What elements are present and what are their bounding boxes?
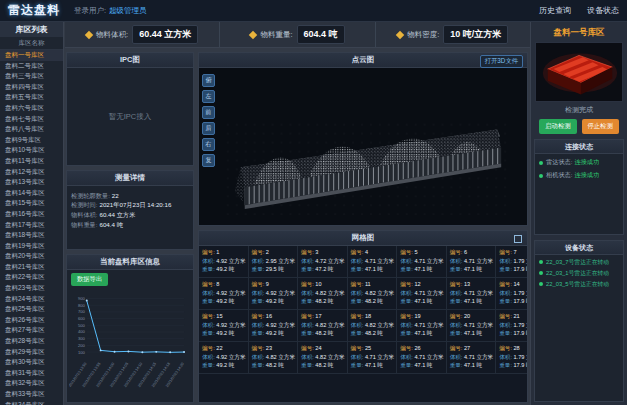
- grid-cell-line: 重量: 47.1 吨: [450, 265, 494, 274]
- connection-status-title: 连接状态: [535, 140, 623, 154]
- cube-icon: [85, 30, 93, 38]
- grid-cell-line: 编号: 15: [202, 312, 246, 321]
- grid-cell-line: 编号: 2: [252, 248, 296, 257]
- sidebar-item-area-16[interactable]: 盘料16号库区: [0, 209, 63, 220]
- grid-cell-line: 重量: 47.1 吨: [450, 361, 494, 370]
- grid-cell-line: 重量: 47.1 吨: [400, 265, 444, 274]
- menu-device-status[interactable]: 设备状态: [587, 5, 619, 16]
- start-detection-button[interactable]: 启动检测: [539, 119, 576, 134]
- connection-status-panel: 连接状态 雷达状态:连接成功相机状态:连接成功: [534, 139, 624, 235]
- header: 雷达盘料 登录用户:超级管理员 历史查询 设备状态: [0, 0, 627, 22]
- sidebar-item-area-12[interactable]: 盘料12号库区: [0, 167, 63, 178]
- grid-cell: 编号: 20体积: 4.71 立方米重量: 47.1 吨: [447, 310, 497, 342]
- header-menu: 历史查询 设备状态: [539, 5, 619, 16]
- grid-cell-line: 重量: 48.2 吨: [301, 297, 345, 306]
- grid-cell: 编号: 28体积: 1.79 立方米重量: 17.9 吨: [496, 342, 527, 374]
- sidebar-item-area-34[interactable]: 盘料34号库区: [0, 400, 63, 405]
- sidebar-item-area-6[interactable]: 盘料六号库区: [0, 103, 63, 114]
- sidebar-item-area-30[interactable]: 盘料30号库区: [0, 357, 63, 368]
- sidebar-item-area-5[interactable]: 盘料五号库区: [0, 92, 63, 103]
- sidebar-item-area-23[interactable]: 盘料23号库区: [0, 283, 63, 294]
- sidebar-item-area-26[interactable]: 盘料26号库区: [0, 315, 63, 326]
- grid-cell-line: 编号: 13: [450, 280, 494, 289]
- grid-cell-line: 编号: 27: [450, 344, 494, 353]
- grid-cell-line: 编号: 6: [450, 248, 494, 257]
- login-info: 登录用户:超级管理员: [74, 6, 147, 16]
- grid-cell-line: 体积: 4.71 立方米: [450, 289, 494, 298]
- grid-cell: 编号: 10体积: 4.82 立方米重量: 48.2 吨: [298, 278, 348, 310]
- sidebar-item-area-3[interactable]: 盘料三号库区: [0, 71, 63, 82]
- sidebar-item-area-31[interactable]: 盘料31号库区: [0, 368, 63, 379]
- view-button-6[interactable]: 复: [202, 154, 215, 167]
- grid-cell: 编号: 1体积: 4.92 立方米重量: 49.2 吨: [199, 246, 249, 278]
- sidebar-item-area-32[interactable]: 盘料32号库区: [0, 378, 63, 389]
- point-cloud-body: 俯左前后右复: [199, 68, 527, 225]
- point-cloud-header: 点云图 打开3D文件: [199, 53, 527, 68]
- login-user-link[interactable]: 超级管理员: [109, 6, 147, 15]
- open-3d-file-button[interactable]: 打开3D文件: [480, 55, 523, 68]
- view-button-1[interactable]: 俯: [202, 74, 215, 87]
- stat-volume: 物料体积:60.44 立方米: [65, 22, 219, 47]
- view-button-5[interactable]: 右: [202, 138, 215, 151]
- sidebar-item-area-7[interactable]: 盘料七号库区: [0, 114, 63, 125]
- sidebar-item-area-10[interactable]: 盘料10号库区: [0, 145, 63, 156]
- sidebar-item-area-21[interactable]: 盘料21号库区: [0, 262, 63, 273]
- connection-value: 连接成功: [574, 171, 599, 180]
- sidebar-item-area-28[interactable]: 盘料28号库区: [0, 336, 63, 347]
- grid-cell-line: 重量: 48.2 吨: [301, 361, 345, 370]
- point-cloud-visualization[interactable]: [199, 68, 527, 225]
- sidebar-item-area-18[interactable]: 盘料18号库区: [0, 230, 63, 241]
- sidebar-item-area-9[interactable]: 盘料9号库区: [0, 135, 63, 146]
- sidebar-item-area-22[interactable]: 盘料22号库区: [0, 272, 63, 283]
- grid-cell-line: 重量: 49.2 吨: [202, 297, 246, 306]
- svg-text:500: 500: [78, 323, 86, 328]
- grid-cell-line: 体积: 4.71 立方米: [450, 321, 494, 330]
- view-button-2[interactable]: 左: [202, 90, 215, 103]
- sidebar-item-area-27[interactable]: 盘料27号库区: [0, 325, 63, 336]
- sidebar-item-area-25[interactable]: 盘料25号库区: [0, 304, 63, 315]
- stat-value: 604.4 吨: [297, 25, 345, 44]
- sidebar-item-area-29[interactable]: 盘料29号库区: [0, 347, 63, 358]
- sidebar-item-area-4[interactable]: 盘料四号库区: [0, 82, 63, 93]
- grid-cell-line: 重量: 48.2 吨: [351, 329, 395, 338]
- stat-label: 物料体积:: [96, 30, 128, 40]
- grid-cell: 编号: 16体积: 4.92 立方米重量: 49.2 吨: [249, 310, 299, 342]
- expand-icon[interactable]: [514, 235, 522, 243]
- device-status-row: 22_03_5号雷达正在转动: [539, 281, 619, 288]
- grid-cell: 编号: 26体积: 4.71 立方米重量: 47.1 吨: [397, 342, 447, 374]
- grid-cell-line: 重量: 47.1 吨: [450, 329, 494, 338]
- cube-icon: [396, 30, 404, 38]
- sidebar-item-area-15[interactable]: 盘料15号库区: [0, 198, 63, 209]
- sidebar-item-area-8[interactable]: 盘料八号库区: [0, 124, 63, 135]
- grid-cell-line: 体积: 4.71 立方米: [351, 353, 395, 362]
- data-export-button[interactable]: 数据导出: [71, 273, 108, 286]
- grid-cell: 编号: 15体积: 4.92 立方米重量: 49.2 吨: [199, 310, 249, 342]
- trend-chart: 1002003004005006007008009002021/07/23 13…: [69, 286, 191, 402]
- grid-cell-line: 体积: 4.82 立方米: [301, 353, 345, 362]
- sidebar-item-area-13[interactable]: 盘料13号库区: [0, 177, 63, 188]
- area-list[interactable]: 盘料一号库区盘料二号库区盘料三号库区盘料四号库区盘料五号库区盘料六号库区盘料七号…: [0, 50, 63, 405]
- status-dot-icon: [539, 282, 543, 286]
- grid-cell: 编号: 11体积: 4.82 立方米重量: 48.2 吨: [348, 278, 398, 310]
- grid-cell: 编号: 12体积: 4.71 立方米重量: 47.1 吨: [397, 278, 447, 310]
- stop-detection-button[interactable]: 停止检测: [582, 119, 619, 134]
- sidebar-item-area-19[interactable]: 盘料19号库区: [0, 241, 63, 252]
- grid-cell-line: 体积: 4.82 立方米: [252, 353, 296, 362]
- svg-text:700: 700: [78, 309, 86, 314]
- grid-cell-line: 体积: 4.92 立方米: [202, 353, 246, 362]
- area-list-sidebar: 库区列表 库区名称 盘料一号库区盘料二号库区盘料三号库区盘料四号库区盘料五号库区…: [0, 22, 64, 405]
- sidebar-item-area-33[interactable]: 盘料33号库区: [0, 389, 63, 400]
- sidebar-item-area-24[interactable]: 盘料24号库区: [0, 294, 63, 305]
- view-button-3[interactable]: 前: [202, 106, 215, 119]
- sidebar-item-area-20[interactable]: 盘料20号库区: [0, 251, 63, 262]
- sidebar-item-area-14[interactable]: 盘料14号库区: [0, 188, 63, 199]
- grid-cell-line: 重量: 48.2 吨: [301, 329, 345, 338]
- menu-history-query[interactable]: 历史查询: [539, 5, 571, 16]
- grid-cell-line: 编号: 25: [351, 344, 395, 353]
- grid-cell: 编号: 25体积: 4.71 立方米重量: 47.1 吨: [348, 342, 398, 374]
- sidebar-item-area-17[interactable]: 盘料17号库区: [0, 220, 63, 231]
- sidebar-item-area-1[interactable]: 盘料一号库区: [0, 50, 63, 61]
- sidebar-item-area-11[interactable]: 盘料11号库区: [0, 156, 63, 167]
- sidebar-item-area-2[interactable]: 盘料二号库区: [0, 61, 63, 72]
- view-button-4[interactable]: 后: [202, 122, 215, 135]
